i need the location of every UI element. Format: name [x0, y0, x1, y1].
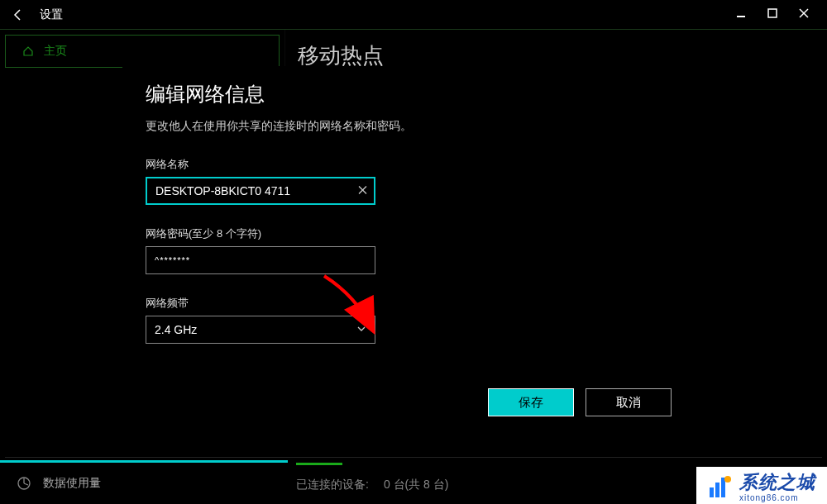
dialog-title: 编辑网络信息: [146, 81, 678, 107]
watermark: 系统之城 xitong86.com: [696, 467, 827, 504]
back-button[interactable]: [7, 3, 30, 26]
svg-point-10: [724, 476, 731, 483]
network-name-input[interactable]: DESKTOP-8BKICT0 4711: [146, 177, 375, 205]
home-icon: [22, 45, 34, 57]
dialog-description: 更改他人在使用你共享的连接时的网络名称和密码。: [146, 119, 678, 134]
svg-rect-1: [768, 9, 777, 17]
save-button[interactable]: 保存: [488, 388, 574, 416]
network-band-value: 2.4 GHz: [155, 323, 197, 336]
edit-network-dialog: 编辑网络信息 更改他人在使用你共享的连接时的网络名称和密码。 网络名称 DESK…: [122, 66, 701, 431]
watermark-brand: 系统之城: [739, 470, 815, 495]
network-name-field: 网络名称 DESKTOP-8BKICT0 4711: [146, 157, 678, 205]
network-name-value: DESKTOP-8BKICT0 4711: [155, 184, 290, 197]
network-password-value: ^*******: [155, 255, 190, 265]
maximize-button[interactable]: [767, 8, 777, 21]
sidebar-item-home[interactable]: 主页: [5, 35, 280, 68]
close-button[interactable]: [799, 8, 809, 21]
data-usage-label: 数据使用量: [43, 476, 101, 491]
network-password-input[interactable]: ^*******: [146, 246, 375, 274]
accent-underline: [296, 463, 342, 465]
sidebar-item-data-usage[interactable]: 数据使用量: [0, 460, 288, 504]
network-band-select[interactable]: 2.4 GHz: [146, 316, 375, 344]
watermark-text: 系统之城 xitong86.com: [739, 470, 815, 502]
minimize-icon: [736, 8, 746, 18]
arrow-left-icon: [12, 8, 25, 21]
clear-input-button[interactable]: [358, 185, 367, 197]
window-controls: [736, 8, 820, 21]
network-password-label: 网络密码(至少 8 个字符): [146, 226, 678, 241]
data-usage-icon: [17, 476, 31, 491]
bottom-divider: [5, 457, 822, 458]
maximize-icon: [767, 8, 777, 18]
svg-rect-9: [721, 478, 725, 497]
cancel-button[interactable]: 取消: [586, 388, 672, 416]
chevron-down-icon: [356, 323, 366, 336]
network-band-field: 网络频带 2.4 GHz: [146, 296, 678, 344]
network-name-label: 网络名称: [146, 157, 678, 172]
connected-devices-row: 已连接的设备: 0 台(共 8 台): [296, 478, 448, 492]
cancel-label: 取消: [616, 395, 641, 411]
close-icon: [799, 8, 809, 18]
svg-rect-7: [710, 487, 714, 497]
network-band-label: 网络频带: [146, 296, 678, 311]
x-icon: [358, 186, 367, 195]
window-title: 设置: [40, 7, 63, 22]
dialog-buttons: 保存 取消: [146, 388, 678, 416]
svg-rect-8: [715, 483, 719, 497]
save-label: 保存: [519, 395, 543, 411]
network-password-field: 网络密码(至少 8 个字符) ^*******: [146, 226, 678, 274]
connected-label: 已连接的设备:: [296, 478, 369, 492]
watermark-logo-icon: [708, 474, 733, 499]
titlebar: 设置: [0, 0, 827, 30]
connected-value: 0 台(共 8 台): [384, 478, 449, 492]
sidebar-home-label: 主页: [44, 44, 67, 59]
minimize-button[interactable]: [736, 8, 746, 21]
